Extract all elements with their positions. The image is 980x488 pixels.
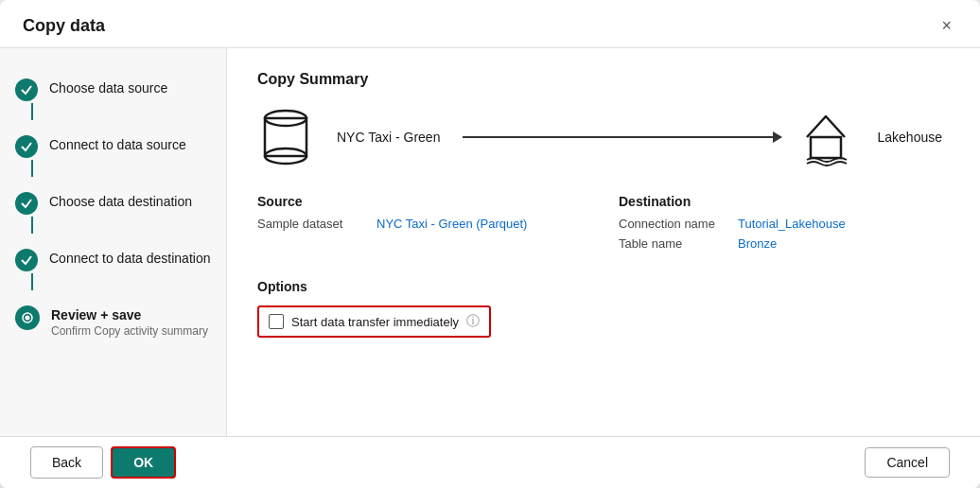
modal-body: Choose data source Connect to data sourc… — [0, 48, 980, 436]
destination-title: Destination — [619, 194, 950, 209]
check-icon-2 — [20, 140, 33, 153]
source-key-0: Sample dataset — [257, 217, 361, 231]
check-icon-4 — [20, 253, 33, 267]
destination-key-1: Table name — [619, 236, 723, 251]
arrow-line — [463, 136, 773, 138]
check-icon-5 — [21, 311, 34, 324]
svg-rect-5 — [811, 137, 841, 158]
main-content: Copy Summary NYC Taxi - Green — [227, 48, 980, 436]
step-left-5 — [15, 305, 40, 330]
start-transfer-label: Start data transfer immediately — [291, 315, 459, 329]
step-text-5: Review + save Confirm Copy activity summ… — [51, 305, 208, 338]
sidebar-item-review-save: Review + save Confirm Copy activity summ… — [0, 298, 226, 345]
section-title: Copy Summary — [257, 71, 950, 88]
source-detail-item: Sample dataset NYC Taxi - Green (Parquet… — [257, 217, 588, 231]
step-label-5: Review + save — [51, 307, 208, 322]
modal-title: Copy data — [23, 16, 105, 36]
step-left-1 — [15, 78, 38, 120]
modal-header: Copy data × — [0, 0, 980, 48]
sidebar-item-connect-destination: Connect to data destination — [0, 241, 226, 298]
cylinder-svg — [259, 107, 312, 167]
check-icon-3 — [20, 197, 33, 210]
flow-diagram: NYC Taxi - Green — [257, 107, 950, 167]
modal-footer: Back OK Cancel — [0, 436, 980, 488]
copy-data-modal: Copy data × Choose data source — [0, 0, 980, 488]
connector-3 — [31, 217, 33, 234]
sidebar-item-choose-source: Choose data source — [0, 71, 226, 128]
destination-detail-item-1: Table name Bronze — [619, 236, 950, 251]
connector-4 — [31, 273, 33, 290]
source-icon — [257, 107, 314, 167]
sidebar-item-choose-destination: Choose data destination — [0, 184, 226, 241]
destination-value-1: Bronze — [738, 236, 777, 251]
check-icon-1 — [20, 83, 33, 96]
info-icon: ⓘ — [466, 313, 480, 330]
step-label-4: Connect to data destination — [49, 251, 210, 266]
back-button[interactable]: Back — [30, 446, 103, 479]
destination-value-0: Tutorial_Lakehouse — [738, 217, 846, 231]
flow-arrow — [463, 131, 782, 143]
step-circle-3 — [15, 192, 38, 215]
footer-left-buttons: Back OK — [30, 446, 176, 479]
step-circle-4 — [15, 249, 38, 271]
connector-1 — [31, 103, 33, 120]
start-transfer-checkbox-row[interactable]: Start data transfer immediately ⓘ — [257, 305, 491, 338]
step-sublabel-5: Confirm Copy activity summary — [51, 324, 208, 338]
lakehouse-svg — [797, 107, 854, 167]
step-text-2: Connect to data source — [49, 135, 186, 152]
source-value-0: NYC Taxi - Green (Parquet) — [376, 217, 527, 231]
cancel-button[interactable]: Cancel — [865, 447, 950, 478]
arrow-head — [773, 131, 782, 143]
destination-details: Destination Connection name Tutorial_Lak… — [619, 194, 950, 256]
sidebar-item-connect-source: Connect to data source — [0, 128, 226, 184]
step-circle-2 — [15, 135, 38, 158]
step-text-1: Choose data source — [49, 78, 167, 96]
source-flow-label: NYC Taxi - Green — [337, 130, 440, 145]
step-label-2: Connect to data source — [49, 137, 186, 152]
sidebar: Choose data source Connect to data sourc… — [0, 48, 227, 436]
step-left-4 — [15, 249, 38, 290]
options-section: Options Start data transfer immediately … — [257, 279, 950, 338]
destination-key-0: Connection name — [619, 217, 723, 231]
step-label-3: Choose data destination — [49, 194, 192, 209]
step-text-3: Choose data destination — [49, 192, 192, 209]
ok-button[interactable]: OK — [111, 446, 176, 479]
close-button[interactable]: × — [936, 15, 957, 36]
step-left-2 — [15, 135, 38, 177]
step-left-3 — [15, 192, 38, 234]
dest-icon — [797, 107, 854, 167]
source-title: Source — [257, 194, 588, 209]
dest-flow-label: Lakehouse — [877, 130, 942, 145]
step-circle-1 — [15, 78, 38, 101]
svg-point-1 — [26, 316, 30, 321]
start-transfer-checkbox[interactable] — [269, 314, 284, 329]
connector-2 — [31, 160, 33, 177]
source-details: Source Sample dataset NYC Taxi - Green (… — [257, 194, 588, 256]
step-label-1: Choose data source — [49, 80, 167, 96]
details-row: Source Sample dataset NYC Taxi - Green (… — [257, 194, 950, 256]
destination-detail-item-0: Connection name Tutorial_Lakehouse — [619, 217, 950, 231]
step-text-4: Connect to data destination — [49, 249, 210, 266]
options-title: Options — [257, 279, 950, 294]
step-circle-5 — [15, 305, 40, 330]
